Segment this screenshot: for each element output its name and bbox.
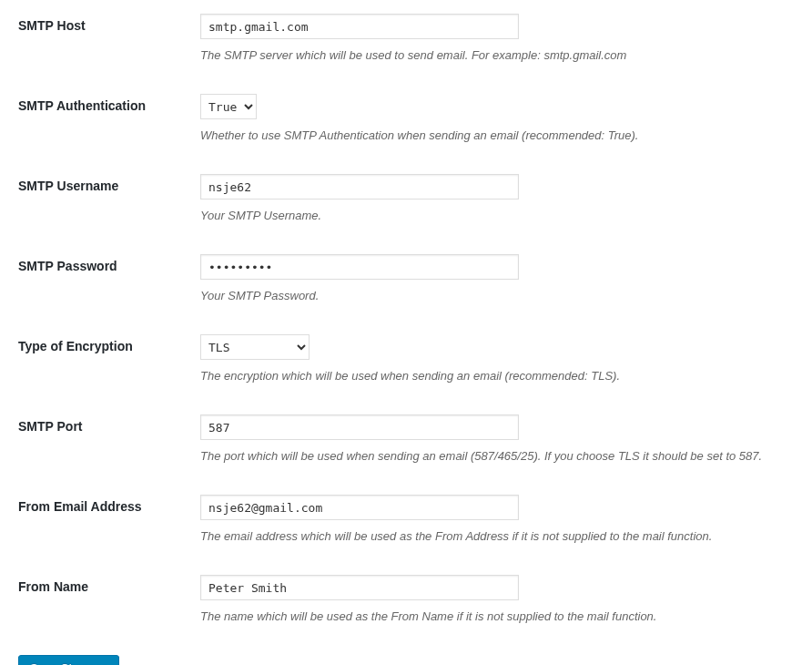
- smtp-username-input[interactable]: [200, 174, 519, 200]
- smtp-host-input[interactable]: [200, 14, 519, 39]
- encryption-select[interactable]: TLS: [200, 334, 310, 360]
- submit-area: Save Changes: [0, 641, 812, 665]
- smtp-settings-form: SMTP Host The SMTP server which will be …: [0, 0, 812, 641]
- save-changes-button[interactable]: Save Changes: [18, 655, 119, 665]
- encryption-label: Type of Encryption: [0, 321, 200, 401]
- smtp-password-input[interactable]: [200, 254, 519, 280]
- smtp-auth-description: Whether to use SMTP Authentication when …: [200, 128, 803, 142]
- from-name-description: The name which will be used as the From …: [200, 609, 803, 623]
- smtp-password-description: Your SMTP Password.: [200, 289, 803, 302]
- from-name-label: From Name: [0, 561, 200, 641]
- from-email-label: From Email Address: [0, 481, 200, 561]
- smtp-port-input[interactable]: [200, 414, 519, 440]
- from-name-input[interactable]: [200, 575, 519, 600]
- smtp-password-label: SMTP Password: [0, 240, 200, 321]
- smtp-auth-select[interactable]: True: [200, 94, 257, 119]
- smtp-username-description: Your SMTP Username.: [200, 209, 803, 222]
- smtp-username-label: SMTP Username: [0, 160, 200, 240]
- smtp-port-label: SMTP Port: [0, 401, 200, 481]
- from-email-description: The email address which will be used as …: [200, 529, 803, 543]
- from-email-input[interactable]: [200, 495, 519, 520]
- smtp-host-label: SMTP Host: [0, 0, 200, 80]
- smtp-host-description: The SMTP server which will be used to se…: [200, 48, 803, 62]
- smtp-auth-label: SMTP Authentication: [0, 80, 200, 160]
- smtp-port-description: The port which will be used when sending…: [200, 449, 803, 463]
- encryption-description: The encryption which will be used when s…: [200, 369, 803, 383]
